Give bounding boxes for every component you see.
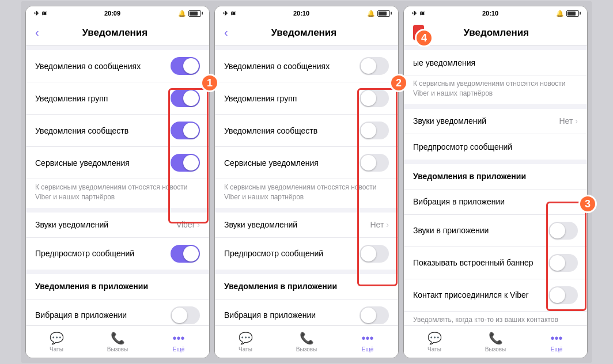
toggle-messages-2[interactable] xyxy=(360,57,389,75)
toggle-service-2[interactable] xyxy=(360,154,389,172)
section-inapp-2: Уведомления в приложении Вибрация в прил… xyxy=(215,274,398,325)
battery-icon-3 xyxy=(566,10,579,17)
toggle-sounds-inapp-3[interactable] xyxy=(548,222,578,240)
airplane-icon-1: ✈ xyxy=(34,10,39,17)
status-bar-3: ✈ ≋ 20:10 🔔 xyxy=(404,6,587,20)
label-inapp-3: Уведомления в приложении xyxy=(413,172,526,181)
tab-bar-2: 💬 Чаты 📞 Вызовы ••• Ещё xyxy=(215,325,398,358)
toggle-banner-3[interactable] xyxy=(548,254,578,272)
bell-icon-1: 🔔 xyxy=(178,10,186,17)
label-sounds-2: Звуки уведомлений xyxy=(224,220,370,229)
nav-title-1: Уведомления xyxy=(44,27,186,39)
tab-calls-3[interactable]: 📞 Вызовы xyxy=(465,331,526,352)
wifi-icon-2: ≋ xyxy=(230,10,236,17)
row-sounds-1[interactable]: Звуки уведомлений Viber › xyxy=(26,213,209,238)
bell-icon-3: 🔔 xyxy=(556,10,564,17)
tab-chats-3[interactable]: 💬 Чаты xyxy=(404,331,465,352)
calls-icon-2: 📞 xyxy=(300,331,314,345)
status-right-2: 🔔 xyxy=(367,10,390,17)
row-sounds-2[interactable]: Звуки уведомлений Нет › xyxy=(215,213,398,238)
tab-more-3[interactable]: ••• Ещё xyxy=(526,332,587,352)
screens-container: ✈ ≋ 20:09 🔔 ‹ Уведомления Уведомл xyxy=(21,1,592,363)
tab-more-label-3: Ещё xyxy=(551,346,562,352)
status-left-1: ✈ ≋ xyxy=(34,10,47,17)
tab-chats-2[interactable]: 💬 Чаты xyxy=(215,331,276,352)
section-notifications-1: Уведомления о сообщениях Уведомления гру… xyxy=(26,50,209,208)
row-service-2: Сервисные уведомления xyxy=(215,147,398,179)
row-messages-2: Уведомления о сообщениях xyxy=(215,50,398,82)
label-service-2: Сервисные уведомления xyxy=(224,158,360,168)
badge-2: 2 xyxy=(389,74,408,92)
value-sounds-2: Нет xyxy=(370,220,384,229)
tab-chats-1[interactable]: 💬 Чаты xyxy=(26,331,87,352)
tab-chats-label-2: Чаты xyxy=(239,346,252,352)
row-messages-1: Уведомления о сообщениях xyxy=(26,50,209,82)
badge-3: 3 xyxy=(578,195,597,213)
toggle-contact-3[interactable] xyxy=(548,286,578,304)
screen3-wrapper: ✈ ≋ 20:10 🔔 ‹ Уведомления xyxy=(403,6,588,358)
section-top-3: ые уведомления К сервисным уведомлениям … xyxy=(404,50,587,104)
section-inapp-1: Уведомления в приложении Вибрация в прил… xyxy=(26,274,209,325)
tab-calls-label-3: Вызовы xyxy=(485,346,506,352)
row-vibrate-1: Вибрация в приложении xyxy=(26,299,209,325)
nav-title-2: Уведомления xyxy=(233,27,375,39)
row-preview-3: Предпросмотр сообщений xyxy=(404,134,587,160)
label-messages-2: Уведомления о сообщениях xyxy=(224,62,360,71)
scroll-content-1: Уведомления о сообщениях Уведомления гру… xyxy=(26,46,209,325)
wifi-icon-1: ≋ xyxy=(41,10,47,17)
time-2: 20:10 xyxy=(293,10,309,17)
toggle-preview-2[interactable] xyxy=(360,245,389,263)
tab-calls-label-1: Вызовы xyxy=(107,346,128,352)
calls-icon-3: 📞 xyxy=(489,331,503,345)
label-inapp-1: Уведомления в приложении xyxy=(35,282,148,291)
back-button-2[interactable]: ‹ xyxy=(224,26,228,39)
row-contact-3: Контакт присоединился к Viber xyxy=(404,279,587,312)
tab-calls-1[interactable]: 📞 Вызовы xyxy=(87,331,148,352)
label-sounds-3: Звуки уведомлений xyxy=(413,116,559,126)
label-preview-3: Предпросмотр сообщений xyxy=(413,142,578,151)
label-service-1: Сервисные уведомления xyxy=(35,158,171,168)
toggle-communities-1[interactable] xyxy=(171,122,200,139)
toggle-messages-1[interactable] xyxy=(171,57,200,75)
tab-more-1[interactable]: ••• Ещё xyxy=(148,332,209,352)
row-preview-1: Предпросмотр сообщений xyxy=(26,238,209,270)
row-banner-3: Показывать встроенный баннер xyxy=(404,247,587,279)
toggle-groups-1[interactable] xyxy=(171,89,200,107)
label-partial-3: ые уведомления xyxy=(413,58,578,67)
time-1: 20:09 xyxy=(104,10,120,17)
tab-chats-label-1: Чаты xyxy=(50,346,63,352)
chat-icon-3: 💬 xyxy=(427,331,442,345)
chat-icon-1: 💬 xyxy=(50,331,64,345)
label-preview-2: Предпросмотр сообщений xyxy=(224,249,360,258)
tab-more-label-2: Ещё xyxy=(362,346,373,352)
status-left-2: ✈ ≋ xyxy=(223,10,236,17)
sub-service-1: К сервисным уведомлениям относятся новос… xyxy=(26,179,209,208)
row-sounds-3[interactable]: Звуки уведомлений Нет › xyxy=(404,109,587,134)
label-inapp-2: Уведомления в приложении xyxy=(224,282,337,291)
status-right-1: 🔔 xyxy=(178,10,201,17)
toggle-groups-2[interactable] xyxy=(360,89,389,107)
section-notifications-2: Уведомления о сообщениях Уведомления гру… xyxy=(215,50,398,208)
wifi-icon-3: ≋ xyxy=(419,10,425,17)
tab-calls-2[interactable]: 📞 Вызовы xyxy=(276,331,337,352)
battery-fill-3 xyxy=(567,12,576,16)
toggle-preview-1[interactable] xyxy=(171,245,200,263)
tab-bar-3: 💬 Чаты 📞 Вызовы ••• Ещё xyxy=(404,325,587,358)
toggle-service-1[interactable] xyxy=(171,154,200,172)
row-groups-2: Уведомления групп xyxy=(215,82,398,115)
toggle-communities-2[interactable] xyxy=(360,122,389,139)
back-button-1[interactable]: ‹ xyxy=(35,26,39,39)
badge-4: 4 xyxy=(415,29,433,47)
chevron-sounds-3: › xyxy=(575,116,578,126)
label-communities-1: Уведомления сообществ xyxy=(35,126,171,135)
label-vibrate-3: Вибрация в приложении xyxy=(413,197,578,206)
sub-contact-3: Уведомлять, когда кто-то из ваших контак… xyxy=(404,312,587,325)
more-icon-2: ••• xyxy=(361,332,373,345)
toggle-vibrate-2[interactable] xyxy=(360,306,389,324)
row-sounds-inapp-3: Звуки в приложении xyxy=(404,215,587,247)
tab-more-2[interactable]: ••• Ещё xyxy=(337,332,398,352)
label-sounds-1: Звуки уведомлений xyxy=(35,220,176,229)
sub-top-3: К сервисным уведомлениям относятся новос… xyxy=(404,75,587,104)
label-contact-3: Контакт присоединился к Viber xyxy=(413,290,548,299)
toggle-vibrate-1[interactable] xyxy=(171,306,200,324)
